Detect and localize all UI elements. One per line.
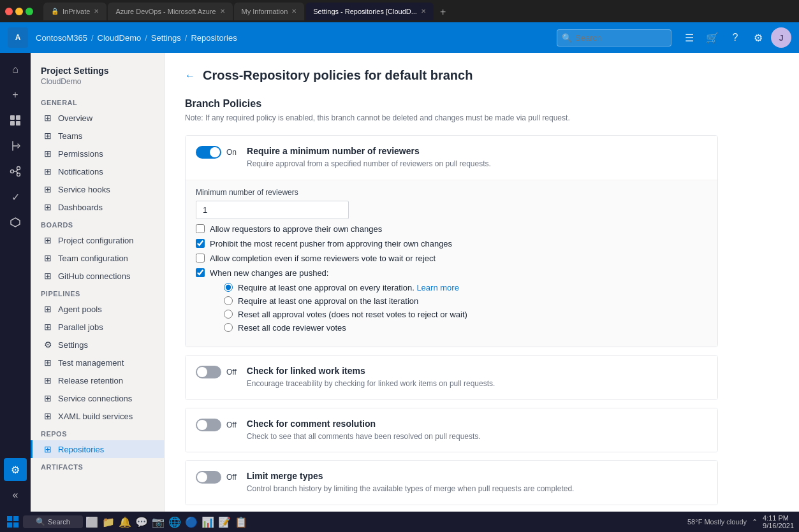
parallel-jobs-icon: ⊞	[43, 322, 53, 332]
sidebar-item-team-configuration[interactable]: ⊞ Team configuration	[31, 249, 164, 267]
sidebar-item-release-retention[interactable]: ⊞ Release retention	[31, 371, 164, 389]
start-button[interactable]	[5, 514, 20, 529]
svg-rect-5	[16, 121, 20, 126]
breadcrumb-repos[interactable]: Repositories	[191, 33, 237, 43]
checkbox-when-new-changes: When new changes are pushed:	[196, 268, 707, 278]
minimize-window-btn[interactable]	[15, 8, 23, 15]
sidebar-item-pipeline-settings-label: Settings	[58, 340, 88, 350]
breadcrumb-org[interactable]: ContosoM365	[36, 33, 87, 43]
sidebar-item-dashboards[interactable]: ⊞ Dashboards	[31, 198, 164, 216]
checkbox-when-new-changes-input[interactable]	[196, 268, 205, 277]
sidebar-item-repositories[interactable]: ⊞ Repositories	[31, 440, 164, 458]
toggle-min-reviewers[interactable]	[196, 146, 221, 159]
nav-rail-home[interactable]: ⌂	[4, 58, 27, 81]
sidebar-item-xaml-build[interactable]: ⊞ XAML build services	[31, 407, 164, 425]
nav-rail-settings[interactable]: ⚙	[4, 458, 27, 481]
nav-rail-pipelines[interactable]	[4, 160, 27, 183]
sidebar-item-teams[interactable]: ⊞ Teams	[31, 127, 164, 145]
tab-close-icon[interactable]: ✕	[94, 8, 99, 15]
radio-reset-code-input[interactable]	[224, 323, 233, 332]
team-config-icon: ⊞	[43, 253, 53, 263]
radio-require-last-input[interactable]	[224, 296, 233, 305]
repositories-icon: ⊞	[43, 444, 53, 454]
browser-tab-4[interactable]: Settings - Repositories [CloudD... ✕	[305, 3, 434, 20]
toggle-linked-work[interactable]	[196, 366, 221, 378]
sidebar-item-service-hooks[interactable]: ⊞ Service hooks	[31, 180, 164, 198]
avatar[interactable]: J	[771, 27, 791, 48]
help-icon-btn[interactable]: ?	[725, 27, 745, 48]
close-window-btn[interactable]	[5, 8, 13, 15]
settings-icon-btn[interactable]: ⚙	[748, 27, 768, 48]
checkbox-prohibit-pusher-input[interactable]	[196, 239, 205, 248]
sidebar-item-overview[interactable]: ⊞ Overview	[31, 109, 164, 127]
policy-limit-merge-header: Off Limit merge types Control branch his…	[186, 461, 717, 505]
checkbox-prohibit-pusher-label[interactable]: Prohibit the most recent pusher from app…	[210, 239, 452, 248]
tab-close-icon[interactable]: ✕	[421, 8, 426, 15]
taskbar-icon-9[interactable]: 📝	[218, 516, 231, 528]
search-input[interactable]	[557, 29, 671, 47]
radio-require-every-input[interactable]	[224, 283, 233, 292]
policy-comment-resolution: Off Check for comment resolution Check t…	[185, 408, 718, 453]
checkbox-when-new-changes-label[interactable]: When new changes are pushed:	[210, 268, 328, 278]
min-reviewers-input[interactable]	[196, 201, 349, 219]
nav-rail-artifacts[interactable]	[4, 211, 27, 234]
nav-rail-create[interactable]: +	[4, 83, 27, 106]
checkbox-allow-completion-label[interactable]: Allow completion even if some reviewers …	[210, 254, 436, 263]
radio-reset-code-label[interactable]: Reset all code reviewer votes	[238, 323, 346, 333]
tab-close-icon[interactable]: ✕	[220, 8, 225, 15]
sidebar-item-github-connections[interactable]: ⊞ GitHub connections	[31, 267, 164, 285]
breadcrumb-project[interactable]: CloudDemo	[98, 33, 142, 43]
toggle-comment-resolution[interactable]	[196, 419, 221, 431]
nav-rail-testplans[interactable]: ✓	[4, 185, 27, 208]
policy-min-reviewers: On Require a minimum number of reviewers…	[185, 135, 718, 347]
sidebar-item-agent-pools[interactable]: ⊞ Agent pools	[31, 300, 164, 318]
taskbar-icon-6[interactable]: 🌐	[168, 516, 181, 528]
taskbar-icon-7[interactable]: 🔵	[185, 516, 198, 528]
taskbar-icon-2[interactable]: 📁	[102, 516, 115, 528]
policy-name-4: Limit merge types	[247, 471, 707, 481]
radio-reset-all-input[interactable]	[224, 310, 233, 319]
new-tab-btn[interactable]: +	[435, 4, 451, 20]
checkbox-allow-own-input[interactable]	[196, 224, 205, 233]
sidebar-item-notifications[interactable]: ⊞ Notifications	[31, 162, 164, 180]
taskbar-icon-10[interactable]: 📋	[235, 516, 247, 528]
taskbar-icon-3[interactable]: 🔔	[119, 516, 131, 528]
radio-require-last-label[interactable]: Require at least one approval on the las…	[238, 296, 418, 306]
taskbar-icon-1[interactable]: ⬜	[85, 516, 98, 528]
browser-tab-2[interactable]: Azure DevOps - Microsoft Azure ✕	[108, 3, 232, 20]
taskbar-icon-8[interactable]: 📊	[202, 516, 214, 528]
sidebar-item-project-configuration[interactable]: ⊞ Project configuration	[31, 231, 164, 249]
taskbar-icon-4[interactable]: 💬	[135, 516, 148, 528]
radio-reset-all-label[interactable]: Reset all approval votes (does not reset…	[238, 310, 467, 319]
maximize-window-btn[interactable]	[26, 8, 33, 15]
system-tray[interactable]: ⌃	[752, 518, 758, 526]
sidebar-item-parallel-jobs[interactable]: ⊞ Parallel jobs	[31, 318, 164, 336]
sidebar-item-service-connections[interactable]: ⊞ Service connections	[31, 389, 164, 407]
nav-rail: ⌂ + ✓ ⚙ «	[0, 53, 31, 512]
toggle-limit-merge[interactable]	[196, 471, 221, 484]
browser-tab-1[interactable]: 🔒 InPrivate ✕	[43, 3, 106, 20]
svg-rect-13	[13, 522, 18, 528]
learn-more-link[interactable]: Learn more	[416, 283, 458, 292]
basket-icon-btn[interactable]: 🛒	[702, 27, 722, 48]
taskbar-search-bar[interactable]: 🔍 Search	[23, 515, 83, 528]
radio-require-every-label[interactable]: Require at least one approval on every i…	[238, 283, 459, 292]
checkbox-allow-own-label[interactable]: Allow requestors to approve their own ch…	[210, 224, 382, 234]
breadcrumb-settings[interactable]: Settings	[151, 33, 181, 43]
nav-rail-collapse[interactable]: «	[4, 484, 27, 507]
browser-tab-3[interactable]: My Information ✕	[234, 3, 305, 20]
back-button[interactable]: ←	[185, 70, 195, 82]
tab-close-icon[interactable]: ✕	[291, 8, 297, 15]
sidebar-item-pipeline-settings[interactable]: ⚙ Settings	[31, 336, 164, 354]
taskbar-icon-5[interactable]: 📷	[152, 516, 165, 528]
nav-rail-repos[interactable]	[4, 134, 27, 157]
checkbox-allow-completion-input[interactable]	[196, 254, 205, 262]
notifications-icon: ⊞	[43, 166, 53, 176]
sidebar-item-permissions[interactable]: ⊞ Permissions	[31, 145, 164, 162]
branch-policies-note: Note: If any required policy is enabled,…	[185, 113, 718, 122]
toggle-label-4: Off	[226, 473, 237, 482]
notifications-icon-btn[interactable]: ☰	[679, 27, 700, 48]
nav-rail-boards[interactable]	[4, 109, 27, 132]
checkbox-allow-completion: Allow completion even if some reviewers …	[196, 254, 707, 263]
sidebar-item-test-management[interactable]: ⊞ Test management	[31, 354, 164, 371]
